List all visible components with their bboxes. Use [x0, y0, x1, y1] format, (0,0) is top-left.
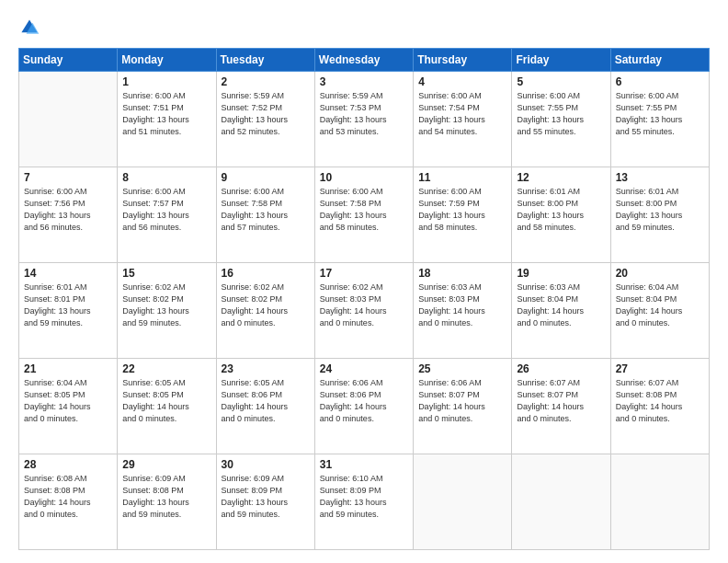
calendar-week-5: 28Sunrise: 6:08 AM Sunset: 8:08 PM Dayli…: [19, 454, 710, 550]
day-number: 30: [222, 458, 310, 471]
day-number: 18: [418, 267, 506, 280]
day-info: Sunrise: 6:07 AM Sunset: 8:07 PM Dayligh…: [517, 377, 605, 425]
day-number: 17: [320, 267, 408, 280]
calendar-cell: 2Sunrise: 5:59 AM Sunset: 7:52 PM Daylig…: [216, 72, 314, 167]
day-info: Sunrise: 6:00 AM Sunset: 7:59 PM Dayligh…: [418, 186, 506, 234]
day-info: Sunrise: 6:01 AM Sunset: 8:00 PM Dayligh…: [517, 186, 605, 234]
calendar-table: SundayMondayTuesdayWednesdayThursdayFrid…: [18, 48, 710, 550]
day-number: 31: [320, 458, 408, 471]
day-number: 15: [122, 267, 210, 280]
weekday-header-saturday: Saturday: [610, 49, 709, 72]
calendar-cell: 5Sunrise: 6:00 AM Sunset: 7:55 PM Daylig…: [512, 72, 610, 167]
day-info: Sunrise: 6:00 AM Sunset: 7:56 PM Dayligh…: [24, 186, 112, 234]
calendar-cell: 30Sunrise: 6:09 AM Sunset: 8:09 PM Dayli…: [216, 454, 314, 550]
calendar-cell: 8Sunrise: 6:00 AM Sunset: 7:57 PM Daylig…: [118, 167, 216, 263]
day-info: Sunrise: 6:00 AM Sunset: 7:57 PM Dayligh…: [122, 186, 210, 234]
calendar-cell: 23Sunrise: 6:05 AM Sunset: 8:06 PM Dayli…: [216, 359, 314, 454]
calendar-cell: 14Sunrise: 6:01 AM Sunset: 8:01 PM Dayli…: [19, 263, 118, 359]
day-number: 16: [222, 267, 310, 280]
calendar-cell: [414, 454, 512, 550]
calendar-cell: [19, 72, 118, 167]
day-number: 7: [24, 171, 112, 184]
weekday-header-thursday: Thursday: [414, 49, 512, 72]
calendar-cell: 17Sunrise: 6:02 AM Sunset: 8:03 PM Dayli…: [314, 263, 413, 359]
weekday-header-monday: Monday: [118, 49, 216, 72]
calendar-cell: 24Sunrise: 6:06 AM Sunset: 8:06 PM Dayli…: [314, 359, 413, 454]
day-info: Sunrise: 6:04 AM Sunset: 8:05 PM Dayligh…: [24, 377, 112, 425]
day-info: Sunrise: 5:59 AM Sunset: 7:53 PM Dayligh…: [320, 90, 408, 138]
calendar-cell: [512, 454, 610, 550]
day-info: Sunrise: 6:00 AM Sunset: 7:58 PM Dayligh…: [222, 186, 310, 234]
header: [18, 17, 710, 39]
calendar-week-1: 1Sunrise: 6:00 AM Sunset: 7:51 PM Daylig…: [19, 72, 710, 167]
day-number: 25: [418, 362, 506, 375]
page: SundayMondayTuesdayWednesdayThursdayFrid…: [0, 0, 728, 563]
day-info: Sunrise: 6:02 AM Sunset: 8:03 PM Dayligh…: [320, 282, 408, 329]
calendar-cell: 4Sunrise: 6:00 AM Sunset: 7:54 PM Daylig…: [414, 72, 512, 167]
logo-icon: [18, 17, 40, 39]
day-number: 6: [616, 75, 704, 88]
day-number: 5: [517, 75, 605, 88]
day-number: 19: [517, 267, 605, 280]
day-info: Sunrise: 6:03 AM Sunset: 8:03 PM Dayligh…: [418, 282, 506, 329]
calendar-cell: [610, 454, 709, 550]
weekday-header-sunday: Sunday: [19, 49, 118, 72]
day-number: 8: [122, 171, 210, 184]
day-number: 14: [24, 267, 112, 280]
day-number: 3: [320, 75, 408, 88]
calendar-cell: 10Sunrise: 6:00 AM Sunset: 7:58 PM Dayli…: [314, 167, 413, 263]
day-info: Sunrise: 6:05 AM Sunset: 8:06 PM Dayligh…: [222, 377, 310, 425]
calendar-cell: 18Sunrise: 6:03 AM Sunset: 8:03 PM Dayli…: [414, 263, 512, 359]
calendar-cell: 7Sunrise: 6:00 AM Sunset: 7:56 PM Daylig…: [19, 167, 118, 263]
day-info: Sunrise: 6:05 AM Sunset: 8:05 PM Dayligh…: [122, 377, 210, 425]
day-info: Sunrise: 6:01 AM Sunset: 8:01 PM Dayligh…: [24, 282, 112, 329]
day-number: 27: [616, 362, 704, 375]
calendar-cell: 12Sunrise: 6:01 AM Sunset: 8:00 PM Dayli…: [512, 167, 610, 263]
calendar-cell: 6Sunrise: 6:00 AM Sunset: 7:55 PM Daylig…: [610, 72, 709, 167]
calendar-cell: 19Sunrise: 6:03 AM Sunset: 8:04 PM Dayli…: [512, 263, 610, 359]
calendar-cell: 22Sunrise: 6:05 AM Sunset: 8:05 PM Dayli…: [118, 359, 216, 454]
logo: [18, 17, 44, 39]
calendar-week-4: 21Sunrise: 6:04 AM Sunset: 8:05 PM Dayli…: [19, 359, 710, 454]
day-info: Sunrise: 6:09 AM Sunset: 8:09 PM Dayligh…: [222, 473, 310, 521]
calendar-cell: 13Sunrise: 6:01 AM Sunset: 8:00 PM Dayli…: [610, 167, 709, 263]
day-number: 23: [222, 362, 310, 375]
day-number: 29: [122, 458, 210, 471]
calendar-cell: 9Sunrise: 6:00 AM Sunset: 7:58 PM Daylig…: [216, 167, 314, 263]
day-number: 2: [222, 75, 310, 88]
calendar-cell: 31Sunrise: 6:10 AM Sunset: 8:09 PM Dayli…: [314, 454, 413, 550]
calendar-cell: 11Sunrise: 6:00 AM Sunset: 7:59 PM Dayli…: [414, 167, 512, 263]
day-info: Sunrise: 6:10 AM Sunset: 8:09 PM Dayligh…: [320, 473, 408, 521]
day-number: 4: [418, 75, 506, 88]
day-number: 11: [418, 171, 506, 184]
day-info: Sunrise: 6:00 AM Sunset: 7:54 PM Dayligh…: [418, 90, 506, 138]
calendar-cell: 27Sunrise: 6:07 AM Sunset: 8:08 PM Dayli…: [610, 359, 709, 454]
day-info: Sunrise: 6:00 AM Sunset: 7:51 PM Dayligh…: [122, 90, 210, 138]
day-number: 28: [24, 458, 112, 471]
weekday-header-friday: Friday: [512, 49, 610, 72]
day-number: 21: [24, 362, 112, 375]
weekday-header-row: SundayMondayTuesdayWednesdayThursdayFrid…: [19, 49, 710, 72]
day-info: Sunrise: 6:01 AM Sunset: 8:00 PM Dayligh…: [616, 186, 704, 234]
calendar-cell: 15Sunrise: 6:02 AM Sunset: 8:02 PM Dayli…: [118, 263, 216, 359]
calendar-week-2: 7Sunrise: 6:00 AM Sunset: 7:56 PM Daylig…: [19, 167, 710, 263]
weekday-header-tuesday: Tuesday: [216, 49, 314, 72]
day-info: Sunrise: 6:00 AM Sunset: 7:58 PM Dayligh…: [320, 186, 408, 234]
calendar-cell: 16Sunrise: 6:02 AM Sunset: 8:02 PM Dayli…: [216, 263, 314, 359]
day-number: 9: [222, 171, 310, 184]
day-info: Sunrise: 6:06 AM Sunset: 8:07 PM Dayligh…: [418, 377, 506, 425]
day-info: Sunrise: 6:09 AM Sunset: 8:08 PM Dayligh…: [122, 473, 210, 521]
weekday-header-wednesday: Wednesday: [314, 49, 413, 72]
day-info: Sunrise: 6:04 AM Sunset: 8:04 PM Dayligh…: [616, 282, 704, 329]
day-info: Sunrise: 6:08 AM Sunset: 8:08 PM Dayligh…: [24, 473, 112, 521]
day-info: Sunrise: 6:06 AM Sunset: 8:06 PM Dayligh…: [320, 377, 408, 425]
calendar-cell: 20Sunrise: 6:04 AM Sunset: 8:04 PM Dayli…: [610, 263, 709, 359]
day-number: 26: [517, 362, 605, 375]
day-info: Sunrise: 6:00 AM Sunset: 7:55 PM Dayligh…: [616, 90, 704, 138]
day-info: Sunrise: 6:02 AM Sunset: 8:02 PM Dayligh…: [222, 282, 310, 329]
calendar-cell: 28Sunrise: 6:08 AM Sunset: 8:08 PM Dayli…: [19, 454, 118, 550]
calendar-cell: 29Sunrise: 6:09 AM Sunset: 8:08 PM Dayli…: [118, 454, 216, 550]
day-info: Sunrise: 5:59 AM Sunset: 7:52 PM Dayligh…: [222, 90, 310, 138]
day-number: 13: [616, 171, 704, 184]
calendar-cell: 3Sunrise: 5:59 AM Sunset: 7:53 PM Daylig…: [314, 72, 413, 167]
